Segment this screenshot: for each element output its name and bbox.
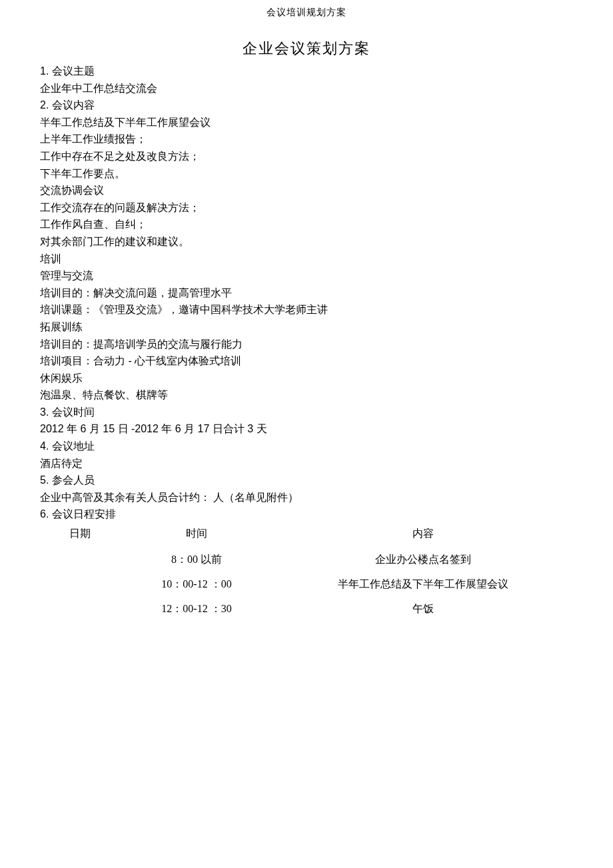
table-header-row: 日期 时间 内容 bbox=[40, 524, 573, 548]
table-row: 12：00-12 ：30 午饭 bbox=[40, 597, 573, 622]
td-date bbox=[40, 597, 120, 622]
td-date bbox=[40, 548, 120, 572]
sect2-l5: 工作交流存在的问题及解决方法； bbox=[40, 199, 573, 217]
sect2-l6: 工作作风自查、自纠； bbox=[40, 216, 573, 233]
sect5-heading: 5. 参会人员 bbox=[40, 472, 573, 489]
th-date: 日期 bbox=[40, 524, 120, 548]
th-content: 内容 bbox=[273, 524, 573, 548]
sect2-l11: 培训课题：《管理及交流》，邀请中国科学技术大学老师主讲 bbox=[40, 301, 573, 318]
td-content: 企业办公楼点名签到 bbox=[273, 548, 573, 572]
sect2-l16: 泡温泉、特点餐饮、棋牌等 bbox=[40, 386, 573, 404]
schedule-table: 日期 时间 内容 8：00 以前 企业办公楼点名签到 10：00-12 ：00 … bbox=[40, 524, 573, 622]
td-content: 午饭 bbox=[273, 597, 573, 622]
td-content: 半年工作总结及下半年工作展望会议 bbox=[273, 572, 573, 597]
table-row: 8：00 以前 企业办公楼点名签到 bbox=[40, 548, 573, 572]
page-header: 会议培训规划方案 bbox=[40, 7, 573, 19]
doc-title: 企业会议策划方案 bbox=[40, 39, 573, 59]
sect2-l15: 休闲娱乐 bbox=[40, 370, 573, 387]
sect3-heading: 3. 会议时间 bbox=[40, 404, 573, 421]
sect2-l13: 培训目的：提高培训学员的交流与履行能力 bbox=[40, 336, 573, 353]
sect2-l3: 下半年工作要点。 bbox=[40, 165, 573, 183]
sect2-l14: 培训项目：合动力 - 心干线室内体验式培训 bbox=[40, 352, 573, 370]
td-time: 10：00-12 ：00 bbox=[120, 572, 273, 597]
sect2-l4: 交流协调会议 bbox=[40, 182, 573, 199]
sect4-l0: 酒店待定 bbox=[40, 455, 573, 472]
sect5-l0: 企业中高管及其余有关人员合计约： 人（名单见附件） bbox=[40, 489, 573, 506]
sect2-l10: 培训目的：解决交流问题，提高管理水平 bbox=[40, 284, 573, 302]
sect1-heading: 1. 会议主题 bbox=[40, 63, 573, 80]
sect2-l7: 对其余部门工作的建议和建议。 bbox=[40, 233, 573, 250]
page: 会议培训规划方案 企业会议策划方案 1. 会议主题 企业年中工作总结交流会 2.… bbox=[0, 0, 613, 622]
sect4-heading: 4. 会议地址 bbox=[40, 438, 573, 455]
sect2-l1: 上半年工作业绩报告； bbox=[40, 131, 573, 148]
sect2-l12: 拓展训练 bbox=[40, 318, 573, 336]
sect2-l8: 培训 bbox=[40, 250, 573, 268]
sect2-l2: 工作中存在不足之处及改良方法； bbox=[40, 148, 573, 165]
td-time: 12：00-12 ：30 bbox=[120, 597, 273, 622]
table-row: 10：00-12 ：00 半年工作总结及下半年工作展望会议 bbox=[40, 572, 573, 597]
sect2-heading: 2. 会议内容 bbox=[40, 97, 573, 114]
td-time: 8：00 以前 bbox=[120, 548, 273, 572]
sect1-l0: 企业年中工作总结交流会 bbox=[40, 80, 573, 97]
sect2-l0: 半年工作总结及下半年工作展望会议 bbox=[40, 114, 573, 131]
th-time: 时间 bbox=[120, 524, 273, 548]
sect6-heading: 6. 会议日程安排 bbox=[40, 506, 573, 523]
td-date bbox=[40, 572, 120, 597]
sect3-l0: 2012 年 6 月 15 日 -2012 年 6 月 17 日合计 3 天 bbox=[40, 420, 573, 438]
sect2-l9: 管理与交流 bbox=[40, 267, 573, 284]
